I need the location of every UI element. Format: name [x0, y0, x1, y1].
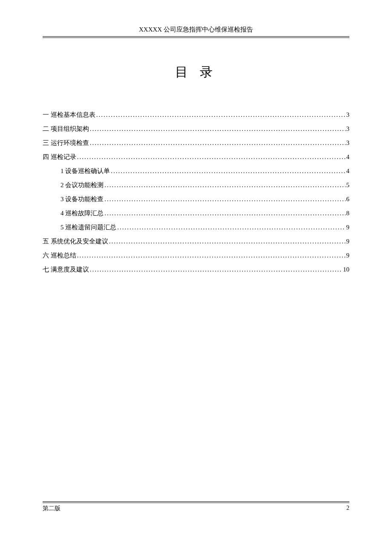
toc-entry-page: 9 — [346, 238, 350, 245]
toc-entry[interactable]: 2 会议功能检测5 — [43, 181, 349, 189]
toc-entry-page: 3 — [346, 125, 350, 133]
header-rule-top — [43, 36, 349, 37]
toc-entry-label: 七 满意度及建议 — [43, 266, 89, 274]
toc-entry-label: 三 运行环境检查 — [43, 139, 89, 147]
toc-leader-dots — [111, 168, 345, 175]
toc-entry-page: 10 — [343, 266, 349, 273]
toc-entry-label: 五 系统优化及安全建议 — [43, 237, 108, 246]
toc-leader-dots — [104, 196, 345, 203]
toc-entry-label: 4 巡检故障汇总 — [61, 209, 104, 217]
toc-leader-dots — [117, 224, 345, 231]
toc-entry-label: 一 巡检基本信息表 — [43, 111, 95, 119]
toc-entry[interactable]: 1 设备巡检确认单4 — [43, 167, 349, 175]
toc-leader-dots — [104, 210, 345, 217]
toc-entry[interactable]: 5 巡检遗留问题汇总9 — [43, 223, 349, 231]
toc-title: 目 录 — [43, 64, 349, 81]
toc-entry[interactable]: 六 巡检总结9 — [43, 251, 349, 260]
footer-page-number: 2 — [346, 505, 349, 512]
toc-entry-label: 3 设备功能检查 — [61, 195, 104, 203]
toc-entry-label: 2 会议功能检测 — [61, 181, 104, 189]
header-rule-bottom — [43, 38, 349, 38]
footer-version: 第二版 — [43, 505, 61, 512]
toc-entry-label: 5 巡检遗留问题汇总 — [61, 223, 116, 231]
footer-rule-bottom — [43, 503, 349, 503]
toc-entry-page: 9 — [346, 252, 350, 259]
toc-entry-page: 3 — [346, 111, 350, 119]
table-of-contents: 一 巡检基本信息表3二 项目组织架构3三 运行环境检查3四 巡检记录41 设备巡… — [43, 111, 349, 274]
toc-entry-page: 3 — [346, 139, 350, 147]
toc-entry-label: 二 项目组织架构 — [43, 125, 89, 133]
toc-entry[interactable]: 一 巡检基本信息表3 — [43, 111, 349, 119]
toc-leader-dots — [90, 125, 346, 133]
toc-entry-label: 四 巡检记录 — [43, 153, 76, 161]
toc-entry[interactable]: 4 巡检故障汇总8 — [43, 209, 349, 217]
toc-leader-dots — [109, 238, 346, 245]
toc-entry-page: 9 — [346, 224, 350, 231]
toc-leader-dots — [90, 139, 346, 147]
footer-rule-top — [43, 501, 349, 502]
toc-entry-page: 5 — [346, 182, 350, 189]
toc-entry[interactable]: 三 运行环境检查3 — [43, 139, 349, 147]
toc-leader-dots — [104, 182, 345, 189]
toc-leader-dots — [77, 153, 346, 161]
toc-entry[interactable]: 二 项目组织架构3 — [43, 125, 349, 133]
toc-leader-dots — [90, 266, 342, 273]
toc-leader-dots — [77, 252, 346, 259]
toc-entry[interactable]: 五 系统优化及安全建议9 — [43, 237, 349, 246]
toc-entry-page: 4 — [346, 153, 350, 161]
page-header: XXXXX 公司应急指挥中心维保巡检报告 — [43, 26, 349, 36]
toc-entry[interactable]: 七 满意度及建议10 — [43, 266, 349, 274]
toc-entry[interactable]: 四 巡检记录4 — [43, 153, 349, 161]
toc-entry-page: 4 — [346, 168, 350, 175]
page-footer: 第二版 2 — [43, 501, 349, 512]
toc-entry-label: 六 巡检总结 — [43, 251, 76, 260]
toc-entry-page: 6 — [346, 196, 350, 203]
toc-leader-dots — [96, 111, 346, 119]
toc-entry-page: 8 — [346, 210, 350, 217]
toc-entry-label: 1 设备巡检确认单 — [61, 167, 110, 175]
toc-entry[interactable]: 3 设备功能检查6 — [43, 195, 349, 203]
